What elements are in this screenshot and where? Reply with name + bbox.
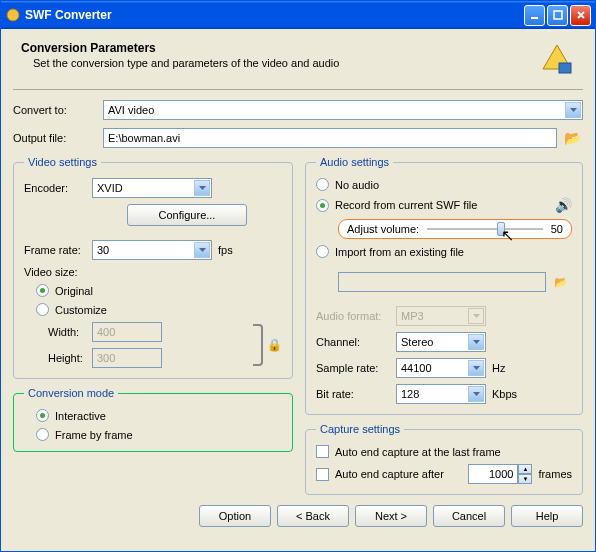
- interactive-radio[interactable]: [36, 409, 49, 422]
- maximize-button[interactable]: [547, 5, 568, 26]
- no-audio-radio[interactable]: [316, 178, 329, 191]
- import-radio[interactable]: [316, 245, 329, 258]
- autoend-after-checkbox[interactable]: [316, 468, 329, 481]
- adjust-volume-value: 50: [551, 223, 563, 235]
- hz-unit: Hz: [492, 362, 505, 374]
- window: SWF Converter Conversion Parameters Set …: [0, 0, 596, 552]
- sample-rate-value: 44100: [401, 362, 432, 374]
- framerate-select[interactable]: 30: [92, 240, 212, 260]
- conversion-mode-group: Conversion mode Interactive Frame by fra…: [13, 387, 293, 452]
- channel-select[interactable]: Stereo: [396, 332, 486, 352]
- dropdown-arrow-icon: [468, 334, 484, 350]
- svg-rect-3: [559, 63, 571, 73]
- import-file-input: [338, 272, 546, 292]
- frames-input[interactable]: 1000: [468, 464, 518, 484]
- dropdown-arrow-icon: [468, 308, 484, 324]
- convert-to-select[interactable]: AVI video: [103, 100, 583, 120]
- video-size-label: Video size:: [24, 266, 92, 278]
- header-subtitle: Set the conversion type and parameters o…: [33, 57, 529, 69]
- convert-to-value: AVI video: [108, 104, 154, 116]
- adjust-volume-label: Adjust volume:: [347, 223, 419, 235]
- fps-unit: fps: [218, 244, 233, 256]
- output-file-label: Output file:: [13, 132, 103, 144]
- folder-icon: 📂: [564, 130, 581, 146]
- back-button[interactable]: < Back: [277, 505, 349, 527]
- browse-import-button: 📂: [550, 272, 572, 292]
- conversion-mode-legend: Conversion mode: [24, 387, 118, 399]
- sample-rate-label: Sample rate:: [316, 362, 396, 374]
- bitrate-value: 128: [401, 388, 419, 400]
- dropdown-arrow-icon: [565, 102, 581, 118]
- spin-up-button[interactable]: ▲: [518, 464, 532, 474]
- audio-format-label: Audio format:: [316, 310, 396, 322]
- help-button[interactable]: Help: [511, 505, 583, 527]
- next-button[interactable]: Next >: [355, 505, 427, 527]
- video-settings-legend: Video settings: [24, 156, 101, 168]
- autoend-last-label: Auto end capture at the last frame: [335, 446, 501, 458]
- output-file-input[interactable]: E:\bowman.avi: [103, 128, 557, 148]
- video-settings-group: Video settings Encoder: XVID Configure..…: [13, 156, 293, 379]
- sample-rate-select[interactable]: 44100: [396, 358, 486, 378]
- channel-value: Stereo: [401, 336, 433, 348]
- framerate-label: Frame rate:: [24, 244, 92, 256]
- width-input: 400: [92, 322, 162, 342]
- encoder-value: XVID: [97, 182, 123, 194]
- height-input: 300: [92, 348, 162, 368]
- wizard-header: Conversion Parameters Set the conversion…: [13, 37, 583, 85]
- record-radio[interactable]: [316, 199, 329, 212]
- bitrate-select[interactable]: 128: [396, 384, 486, 404]
- original-label: Original: [55, 285, 93, 297]
- convert-to-label: Convert to:: [13, 104, 103, 116]
- dropdown-arrow-icon: [194, 242, 210, 258]
- bitrate-label: Bit rate:: [316, 388, 396, 400]
- svg-rect-1: [531, 17, 538, 19]
- dropdown-arrow-icon: [468, 386, 484, 402]
- capture-settings-legend: Capture settings: [316, 423, 404, 435]
- record-label: Record from current SWF file: [335, 199, 477, 211]
- channel-label: Channel:: [316, 336, 396, 348]
- titlebar-text: SWF Converter: [25, 8, 524, 22]
- dropdown-arrow-icon: [194, 180, 210, 196]
- no-audio-label: No audio: [335, 179, 379, 191]
- framebyframe-label: Frame by frame: [55, 429, 133, 441]
- autoend-last-checkbox[interactable]: [316, 445, 329, 458]
- framebyframe-radio[interactable]: [36, 428, 49, 441]
- width-label: Width:: [48, 326, 92, 338]
- height-label: Height:: [48, 352, 92, 364]
- audio-format-value: MP3: [401, 310, 424, 322]
- adjust-volume-row: Adjust volume: ↖ 50: [338, 219, 572, 239]
- minimize-button[interactable]: [524, 5, 545, 26]
- header-title: Conversion Parameters: [21, 41, 529, 55]
- capture-settings-group: Capture settings Auto end capture at the…: [305, 423, 583, 495]
- close-button[interactable]: [570, 5, 591, 26]
- kbps-unit: Kbps: [492, 388, 517, 400]
- audio-settings-legend: Audio settings: [316, 156, 393, 168]
- audio-settings-group: Audio settings No audio Record from curr…: [305, 156, 583, 415]
- spin-down-button[interactable]: ▼: [518, 474, 532, 484]
- cancel-button[interactable]: Cancel: [433, 505, 505, 527]
- framerate-value: 30: [97, 244, 109, 256]
- customize-label: Customize: [55, 304, 107, 316]
- svg-rect-2: [554, 11, 562, 19]
- lock-icon[interactable]: 🔒: [267, 338, 282, 352]
- svg-point-0: [7, 9, 19, 21]
- wizard-icon: [539, 41, 575, 77]
- frames-unit: frames: [538, 468, 572, 480]
- browse-output-button[interactable]: 📂: [561, 128, 583, 148]
- customize-radio[interactable]: [36, 303, 49, 316]
- encoder-select[interactable]: XVID: [92, 178, 212, 198]
- audio-format-select: MP3: [396, 306, 486, 326]
- ratio-bracket: [253, 324, 263, 366]
- original-radio[interactable]: [36, 284, 49, 297]
- volume-slider[interactable]: ↖: [427, 228, 543, 230]
- folder-icon: 📂: [554, 276, 568, 289]
- slider-thumb[interactable]: [497, 222, 505, 236]
- configure-button[interactable]: Configure...: [127, 204, 247, 226]
- app-icon: [5, 7, 21, 23]
- interactive-label: Interactive: [55, 410, 106, 422]
- encoder-label: Encoder:: [24, 182, 92, 194]
- option-button[interactable]: Option: [199, 505, 271, 527]
- titlebar[interactable]: SWF Converter: [1, 1, 595, 29]
- dropdown-arrow-icon: [468, 360, 484, 376]
- speaker-icon[interactable]: 🔊: [555, 197, 572, 213]
